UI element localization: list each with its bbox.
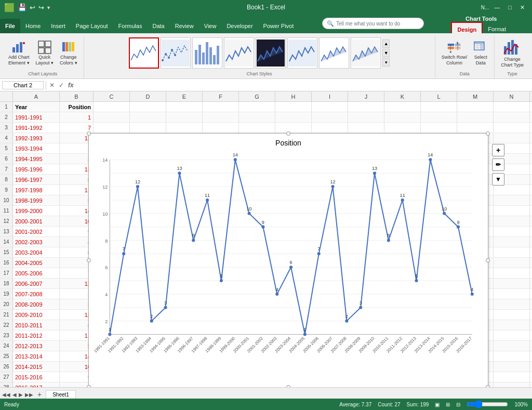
grid-cell[interactable]: [530, 123, 532, 133]
grid-cell[interactable]: 2014-2015: [13, 362, 60, 372]
grid-cell[interactable]: [457, 112, 494, 123]
grid-cell[interactable]: [421, 102, 457, 112]
tab-powerbi[interactable]: Power Pivot: [258, 19, 299, 33]
grid-cell[interactable]: [494, 123, 530, 133]
grid-cell[interactable]: 1: [60, 112, 94, 123]
grid-cell[interactable]: [203, 112, 239, 123]
col-header-e[interactable]: E: [166, 91, 203, 101]
grid-cell[interactable]: [494, 279, 530, 289]
tab-home[interactable]: Home: [20, 19, 46, 33]
name-box[interactable]: [2, 81, 44, 89]
undo-icon[interactable]: ↩: [30, 4, 35, 11]
grid-cell[interactable]: [348, 112, 384, 123]
chart-style-4[interactable]: [224, 37, 254, 69]
tell-me-input[interactable]: [336, 21, 419, 27]
tell-me-box[interactable]: 🔍: [322, 18, 424, 29]
grid-cell[interactable]: [94, 123, 130, 133]
grid-cell[interactable]: Position: [60, 102, 94, 112]
grid-cell[interactable]: [203, 102, 239, 112]
grid-cell[interactable]: [494, 206, 530, 216]
grid-cell[interactable]: [384, 123, 421, 133]
col-header-n[interactable]: N: [494, 91, 530, 101]
grid-cell[interactable]: [530, 185, 532, 195]
quick-access-dropdown[interactable]: ▾: [47, 5, 50, 10]
change-chart-type-button[interactable]: ChangeChart Type: [499, 37, 526, 69]
chart-style-2[interactable]: [161, 37, 191, 69]
formula-input[interactable]: [77, 82, 530, 88]
grid-cell[interactable]: [530, 279, 532, 289]
grid-cell[interactable]: [130, 123, 166, 133]
scroll-down-btn[interactable]: ▼: [382, 49, 390, 57]
grid-cell[interactable]: 2005-2006: [13, 268, 60, 279]
grid-cell[interactable]: [494, 330, 530, 341]
table-row[interactable]: 1991-19927: [13, 123, 532, 133]
grid-cell[interactable]: [530, 164, 532, 175]
grid-cell[interactable]: [275, 112, 312, 123]
col-header-d[interactable]: D: [130, 91, 166, 101]
grid-cell[interactable]: [530, 310, 532, 320]
grid-cell[interactable]: 2002-2003: [13, 237, 60, 247]
grid-cell[interactable]: [494, 227, 530, 237]
tab-developer[interactable]: Developer: [221, 19, 258, 33]
zoom-slider[interactable]: [467, 401, 508, 408]
grid-cell[interactable]: [530, 320, 532, 330]
grid-cell[interactable]: [239, 112, 275, 123]
cancel-formula-icon[interactable]: ✕: [48, 82, 56, 89]
grid-cell[interactable]: [494, 310, 530, 320]
chart-style-1[interactable]: [129, 37, 159, 69]
grid-cell[interactable]: [530, 351, 532, 362]
chart-style-btn[interactable]: ✏: [492, 158, 504, 171]
quick-layout-button[interactable]: QuickLayout ▾: [34, 39, 56, 67]
grid-cell[interactable]: 1996-1997: [13, 175, 60, 185]
grid-cell[interactable]: [275, 123, 312, 133]
grid-cell[interactable]: [130, 102, 166, 112]
grid-cell[interactable]: [494, 216, 530, 227]
grid-cell[interactable]: 1991-1991: [13, 112, 60, 123]
grid-cell[interactable]: 2004-2005: [13, 258, 60, 268]
grid-cell[interactable]: [530, 206, 532, 216]
grid-cell[interactable]: [530, 237, 532, 247]
grid-cell[interactable]: [530, 258, 532, 268]
chart-style-5[interactable]: [256, 37, 286, 69]
switch-row-col-button[interactable]: Switch Row/Column: [440, 39, 470, 67]
grid-cell[interactable]: [494, 237, 530, 247]
grid-cell[interactable]: [312, 102, 348, 112]
chart-style-8[interactable]: [351, 37, 381, 69]
grid-cell[interactable]: [530, 372, 532, 382]
minimize-btn[interactable]: —: [491, 4, 503, 10]
grid-cell[interactable]: [166, 102, 203, 112]
col-header-k[interactable]: K: [384, 91, 421, 101]
grid-cell[interactable]: [530, 289, 532, 299]
grid-cell[interactable]: 2010-2011: [13, 320, 60, 330]
grid-cell[interactable]: 2016-2017: [13, 382, 60, 387]
grid-cell[interactable]: [494, 341, 530, 351]
grid-cell[interactable]: [421, 123, 457, 133]
grid-cell[interactable]: [530, 143, 532, 154]
gallery-scroll[interactable]: ▲ ▼ ▾: [382, 38, 390, 68]
grid-cell[interactable]: [494, 320, 530, 330]
redo-icon[interactable]: ↪: [38, 4, 44, 11]
grid-cell[interactable]: [203, 123, 239, 133]
grid-cell[interactable]: [94, 112, 130, 123]
grid-cell[interactable]: [530, 175, 532, 185]
grid-cell[interactable]: [312, 112, 348, 123]
save-icon[interactable]: 💾: [18, 3, 26, 11]
grid-cell[interactable]: [530, 216, 532, 227]
grid-cell[interactable]: 2000-2001: [13, 216, 60, 227]
grid-cell[interactable]: [494, 289, 530, 299]
grid-cell[interactable]: [530, 299, 532, 310]
col-header-f[interactable]: F: [203, 91, 239, 101]
grid-cell[interactable]: [384, 102, 421, 112]
insert-function-icon[interactable]: fx: [67, 82, 75, 89]
scroll-expand-btn[interactable]: ▾: [382, 58, 390, 67]
grid-cell[interactable]: [494, 362, 530, 372]
grid-cell[interactable]: 1999-2000: [13, 206, 60, 216]
tab-view[interactable]: View: [199, 19, 222, 33]
tab-formulas[interactable]: Formulas: [113, 19, 148, 33]
grid-cell[interactable]: [239, 102, 275, 112]
grid-cell[interactable]: [530, 247, 532, 258]
grid-cell[interactable]: 2015-2016: [13, 372, 60, 382]
close-btn[interactable]: ✕: [517, 4, 528, 11]
select-data-button[interactable]: SelectData: [471, 39, 490, 67]
sheet-nav-next[interactable]: ▶: [19, 392, 23, 398]
